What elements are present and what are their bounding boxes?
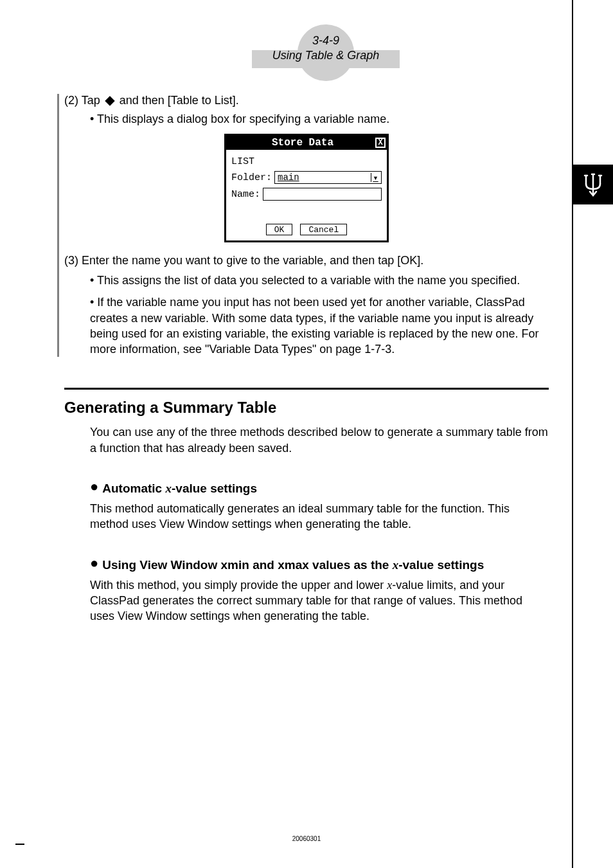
page-number: 3-4-9	[64, 33, 587, 48]
sub1-title-x: x	[165, 482, 172, 495]
step2-prefix: (2) Tap	[64, 94, 100, 107]
dialog-type-label: LIST	[231, 156, 382, 167]
sub1-body: This method automatically generates an i…	[90, 501, 549, 532]
chapter-tab	[573, 165, 613, 204]
ok-button[interactable]: OK	[266, 224, 293, 235]
sub2-body-pre: With this method, you simply provide the…	[90, 579, 387, 592]
sub1-title-pre: Automatic	[102, 482, 165, 495]
trident-icon	[582, 172, 604, 197]
cancel-button[interactable]: Cancel	[300, 224, 347, 235]
dialog-titlebar: Store Data X	[226, 136, 387, 150]
sub1-title-post: -value settings	[172, 482, 257, 495]
folder-select[interactable]: main ▾	[274, 171, 382, 184]
folder-value: main	[278, 172, 299, 183]
name-label: Name:	[231, 189, 260, 200]
name-input[interactable]	[263, 188, 382, 201]
folder-label: Folder:	[231, 172, 272, 183]
section-intro: You can use any of the three methods des…	[90, 424, 549, 456]
store-data-dialog: Store Data X LIST Folder: main ▾	[224, 134, 389, 242]
section-heading: Generating a Summary Table	[64, 399, 549, 417]
sub2-title-post: -value settings	[398, 558, 484, 572]
chevron-down-icon: ▾	[371, 173, 380, 182]
step3-bullet1: • This assigns the list of data you sele…	[90, 273, 549, 288]
step2-bullet: • This displays a dialog box for specify…	[90, 113, 549, 126]
footer-date: 20060301	[0, 835, 613, 842]
sub2-title-x: x	[393, 558, 399, 572]
sub2-body: With this method, you simply provide the…	[90, 577, 549, 624]
section-divider	[64, 388, 549, 390]
step3-bullet2: • If the variable name you input has not…	[90, 294, 549, 357]
dialog-title: Store Data	[230, 137, 375, 149]
sub2-title-pre: Using View Window xmin and xmax values a…	[102, 558, 392, 572]
close-icon[interactable]: X	[375, 138, 386, 148]
subhead-viewwindow: ● Using View Window xmin and xmax values…	[64, 558, 549, 572]
subhead-automatic: ● Automatic x-value settings	[64, 482, 549, 496]
section-title: Using Table & Graph	[64, 48, 587, 63]
step2-suffix: and then [Table to List].	[120, 94, 239, 107]
crop-mark	[15, 844, 24, 845]
step-3-line: (3) Enter the name you want to give to t…	[64, 254, 549, 267]
page-right-rule	[572, 0, 573, 868]
step-2-line: (2) Tap and then [Table to List].	[64, 94, 549, 107]
menu-icon	[104, 95, 116, 107]
page-header-badge: 3-4-9 Using Table & Graph	[64, 19, 587, 78]
